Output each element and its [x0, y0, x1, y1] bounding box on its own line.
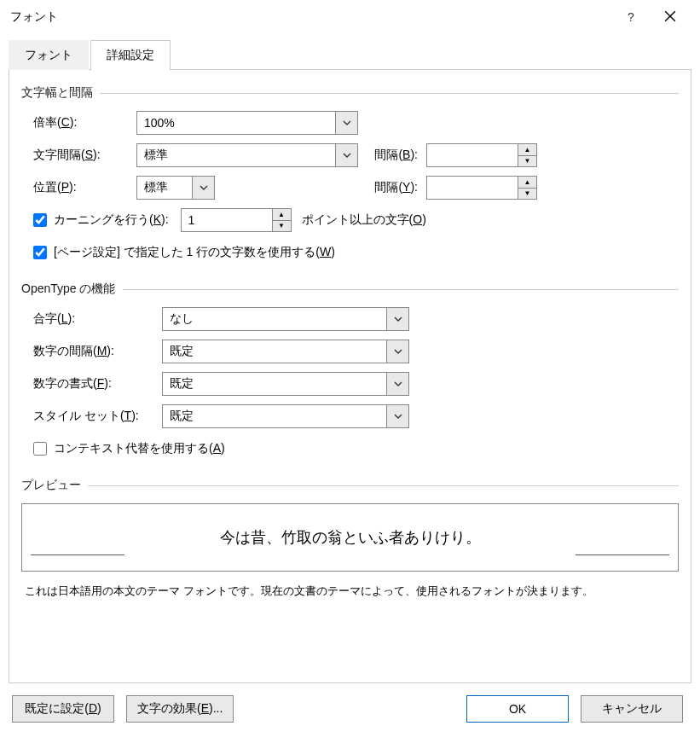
by1-label: 間隔(B):: [358, 148, 426, 163]
spacing-label: 文字間隔(S):: [21, 148, 136, 163]
ligatures-label: 合字(L):: [21, 311, 162, 327]
spacing-combo[interactable]: 標準: [136, 143, 358, 167]
titlebar: フォント ?: [0, 0, 700, 34]
preview-description: これは日本語用の本文のテーマ フォントです。現在の文書のテーマによって、使用され…: [21, 584, 679, 599]
kerning-check-input[interactable]: [33, 213, 47, 227]
group-spacing-label: 文字幅と間隔: [21, 85, 679, 101]
group-preview-label: プレビュー: [21, 478, 679, 493]
grid-checkbox[interactable]: [ページ設定] で指定した 1 行の文字数を使用する(W): [21, 245, 335, 260]
by2-label: 間隔(Y):: [215, 180, 426, 195]
preview-box: 今は昔、竹取の翁といふ者ありけり。: [21, 503, 679, 572]
set-default-button[interactable]: 既定に設定(D): [12, 695, 114, 723]
spin-down-icon: ▼: [518, 189, 536, 200]
ligatures-combo[interactable]: なし: [162, 307, 409, 331]
position-combo[interactable]: 標準: [136, 176, 215, 200]
chevron-down-icon: [335, 112, 357, 134]
scale-label: 倍率(C):: [21, 115, 136, 131]
contextual-alt-check-input[interactable]: [33, 442, 47, 456]
kern-after-label: ポイント以上の文字(O): [292, 212, 426, 228]
tabstrip: フォント 詳細設定: [9, 39, 691, 70]
tab-advanced[interactable]: 詳細設定: [90, 40, 171, 70]
chevron-down-icon: [335, 144, 357, 166]
tab-font[interactable]: フォント: [9, 40, 89, 70]
close-icon: [664, 10, 676, 25]
spin-up-icon: ▲: [273, 209, 291, 221]
tab-panel-advanced: 文字幅と間隔 倍率(C): 100% 文字間隔(S): 標準: [9, 70, 691, 683]
spin-down-icon: ▼: [518, 156, 536, 167]
position-label: 位置(P):: [21, 180, 136, 195]
num-format-label: 数字の書式(F):: [21, 376, 162, 392]
spin-up-icon: ▲: [518, 177, 536, 189]
by1-spinner[interactable]: ▲▼: [426, 143, 537, 167]
preview-underline-right: [576, 554, 669, 555]
help-button[interactable]: ?: [611, 0, 651, 34]
close-button[interactable]: [651, 0, 690, 34]
kern-points-spinner[interactable]: 1 ▲▼: [181, 208, 292, 232]
num-format-combo[interactable]: 既定: [162, 372, 409, 396]
chevron-down-icon: [386, 405, 408, 427]
question-icon: ?: [628, 10, 634, 24]
ok-button[interactable]: OK: [466, 695, 569, 723]
chevron-down-icon: [386, 373, 408, 395]
preview-text: 今は昔、竹取の翁といふ者ありけり。: [220, 527, 481, 548]
by2-spinner[interactable]: ▲▼: [426, 176, 537, 200]
spin-down-icon: ▼: [273, 221, 291, 232]
contextual-alt-checkbox[interactable]: コンテキスト代替を使用する(A): [21, 441, 225, 456]
scale-combo[interactable]: 100%: [136, 111, 358, 135]
spin-up-icon: ▲: [518, 144, 536, 156]
preview-underline-left: [31, 554, 124, 555]
chevron-down-icon: [386, 340, 408, 363]
grid-check-input[interactable]: [33, 246, 47, 259]
kerning-checkbox[interactable]: カーニングを行う(K):: [21, 212, 169, 228]
styleset-combo[interactable]: 既定: [162, 404, 409, 428]
chevron-down-icon: [386, 308, 408, 330]
footer: 既定に設定(D) 文字の効果(E)... OK キャンセル: [9, 683, 691, 723]
num-spacing-combo[interactable]: 既定: [162, 340, 409, 363]
group-opentype-label: OpenType の機能: [21, 282, 679, 297]
window-title: フォント: [10, 9, 611, 25]
text-effects-button[interactable]: 文字の効果(E)...: [126, 695, 234, 723]
chevron-down-icon: [192, 177, 214, 199]
styleset-label: スタイル セット(T):: [21, 409, 162, 424]
num-spacing-label: 数字の間隔(M):: [21, 344, 162, 359]
cancel-button[interactable]: キャンセル: [581, 695, 683, 723]
